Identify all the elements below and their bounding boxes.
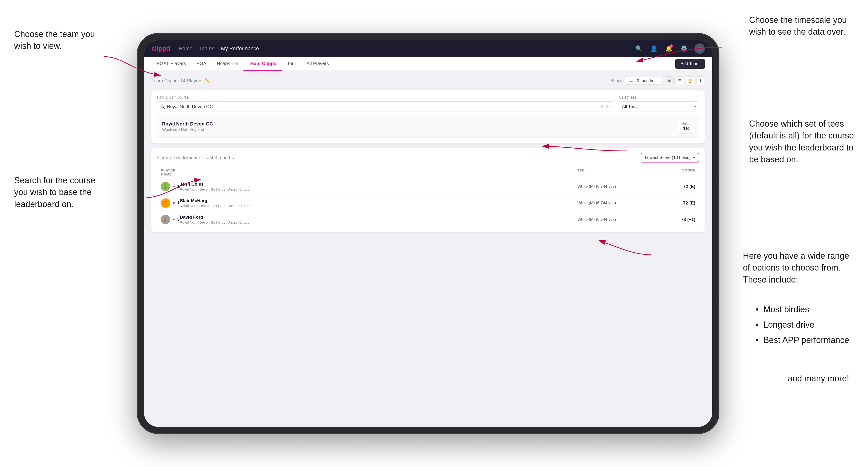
score-type-text: Lowest Score (18 holes) (645, 155, 691, 160)
sub-nav: PGAT Players PGA Hcaps 1-5 Team Clippd T… (144, 57, 712, 71)
search-input-wrap: 🔍 ✕ ★ (157, 101, 614, 112)
search-row: Find a Golf Course 🔍 ✕ ★ Select Tee All … (157, 95, 699, 112)
player-name-2: Blair McHarg (180, 198, 578, 203)
bell-icon-btn[interactable]: 🔔 1 (664, 44, 674, 53)
search-icon: 🔍 (160, 104, 165, 109)
subnav-team-clippd[interactable]: Team Clippd (243, 57, 282, 71)
edit-team-icon[interactable]: ✏️ (205, 78, 210, 83)
course-search-input[interactable] (167, 104, 600, 109)
download-btn[interactable]: ⬇ (696, 76, 705, 85)
people-icon: 👤 (650, 45, 657, 52)
holes-box: Holes 18 (678, 120, 694, 134)
rank-3: 3 (177, 217, 180, 222)
nav-logo: clippd (151, 45, 170, 52)
tee-chevron-icon: ▾ (694, 104, 696, 109)
nav-links: Home Teams My Performance (179, 45, 259, 52)
subnav-tour[interactable]: Tour (282, 57, 302, 71)
nav-bar: clippd Home Teams My Performance 🔍 👤 🔔 1 (144, 40, 712, 57)
player-score-1: 72 (E) (648, 184, 695, 189)
bullet-birdies: • Most birdies (756, 302, 849, 317)
nav-teams[interactable]: Teams (199, 45, 214, 52)
table-row: 🏌️ ♥ 1 Blair McHarg Royal North Devon Go… (157, 195, 699, 211)
annotation-and-more: and many more! (788, 373, 849, 384)
tee-label: Select Tee (619, 95, 699, 99)
player-tee-3: White (M) (6,744 yds) (578, 217, 648, 222)
search-label: Find a Golf Course (157, 95, 614, 99)
rank-2: 1 (177, 200, 180, 206)
trophy-view-btn[interactable]: 🏆 (686, 76, 694, 85)
player-info-2: Blair McHarg Royal North Devon Golf Club… (180, 198, 578, 208)
score-type-select[interactable]: Lowest Score (18 holes) ▾ (641, 153, 699, 162)
ipad-frame: clippd Home Teams My Performance 🔍 👤 🔔 1 (137, 33, 719, 434)
settings-icon-btn[interactable]: ⚙️ (679, 44, 689, 53)
search-icon: 🔍 (635, 45, 642, 52)
subnav-pgat[interactable]: PGAT Players (151, 57, 191, 71)
search-icon-btn[interactable]: 🔍 (634, 44, 644, 53)
course-location: Westward Ho!, England (162, 127, 678, 132)
avatar-btn[interactable]: 👤 (694, 43, 705, 54)
course-result: Royal North Devon GC Westward Ho!, Engla… (157, 116, 699, 138)
leaderboard-section: Course Leaderboard, Last 3 months Lowest… (151, 148, 705, 232)
show-select[interactable]: Last 3 months Last month Last 6 months L… (625, 76, 661, 85)
tee-select-text: All Tees (622, 104, 694, 109)
tee-field: Select Tee All Tees ▾ (619, 95, 699, 112)
annotation-tees: Choose which set of tees(default is all)… (749, 118, 854, 165)
grid-view-btn[interactable]: ⊞ (665, 76, 674, 85)
tee-select-wrap[interactable]: All Tees ▾ (619, 101, 699, 112)
player-score-2: 72 (E) (648, 200, 695, 206)
subnav-pga[interactable]: PGA (191, 57, 212, 71)
show-select-wrap[interactable]: Last 3 months Last month Last 6 months L… (625, 76, 661, 85)
heart-icon-2: ♥ (173, 201, 175, 205)
col-score: SCORE (648, 168, 695, 176)
rank-wrap-3: 🏌️ ♥ 3 (161, 215, 180, 224)
bullet-drive: • Longest drive (756, 317, 849, 333)
leaderboard-header: Course Leaderboard, Last 3 months Lowest… (157, 153, 699, 162)
nav-my-performance[interactable]: My Performance (221, 45, 259, 52)
add-team-button[interactable]: Add Team (675, 59, 705, 69)
holes-value: 18 (682, 125, 690, 132)
main-content: Team Clippd 14 Players ✏️ Show: Last 3 m… (144, 71, 712, 238)
annotation-bullets: • Most birdies • Longest drive • Best AP… (756, 302, 849, 348)
show-label: Show: (611, 78, 622, 83)
course-name: Royal North Devon GC (162, 121, 678, 127)
rank-wrap-2: 🏌️ ♥ 1 (161, 198, 180, 208)
leaderboard-table-header: PLAYER NAME TEE SCORE (157, 166, 699, 178)
leaderboard-title: Course Leaderboard, Last 3 months (157, 155, 234, 160)
search-section: Find a Golf Course 🔍 ✕ ★ Select Tee All … (151, 90, 705, 144)
table-row: 🏌️ ♥ 3 David Ford Royal North Devon Golf… (157, 211, 699, 228)
settings-icon: ⚙️ (680, 45, 687, 52)
rank-1: 1 (177, 184, 180, 189)
table-row: 🏌️ ♥ 1 Josh Coles Royal North Devon Golf… (157, 178, 699, 195)
holes-label: Holes (682, 122, 690, 125)
subnav-hcaps[interactable]: Hcaps 1-5 (212, 57, 243, 71)
player-tee-2: White (M) (6,744 yds) (578, 201, 648, 206)
list-view-btn[interactable]: ☰ (676, 76, 684, 85)
team-title: Team Clippd 14 Players (151, 78, 203, 84)
course-info: Royal North Devon GC Westward Ho!, Engla… (162, 121, 678, 132)
player-info-3: David Ford Royal North Devon Golf Club, … (180, 215, 578, 224)
rank-wrap-1: 🏌️ ♥ 1 (161, 182, 180, 191)
search-clear-icon[interactable]: ✕ (600, 104, 603, 109)
player-avatar-1: 🏌️ (161, 182, 170, 191)
player-info-1: Josh Coles Royal North Devon Golf Club, … (180, 182, 578, 191)
annotation-options-intro: Here you have a wide rangeof options to … (743, 250, 849, 286)
player-avatar-2: 🏌️ (161, 198, 170, 208)
people-icon-btn[interactable]: 👤 (649, 44, 658, 53)
heart-icon-1: ♥ (173, 184, 175, 189)
player-tee-1: White (M) (6,744 yds) (578, 184, 648, 189)
bell-badge: 1 (670, 44, 673, 48)
team-header: Team Clippd 14 Players ✏️ Show: Last 3 m… (151, 76, 705, 85)
nav-home[interactable]: Home (179, 45, 192, 52)
view-icons: ⊞ ☰ 🏆 ⬇ (665, 76, 705, 85)
annotation-search-course: Search for the courseyou wish to base th… (14, 175, 95, 210)
search-field: Find a Golf Course 🔍 ✕ ★ (157, 95, 614, 112)
player-club-2: Royal North Devon Golf Club, United King… (180, 204, 578, 208)
nav-icons: 🔍 👤 🔔 1 ⚙️ 👤 (634, 43, 705, 54)
annotation-timescale: Choose the timescale youwish to see the … (749, 14, 847, 38)
annotation-team-view: Choose the team you wish to view. (14, 28, 104, 52)
subnav-all-players[interactable]: All Players (302, 57, 334, 71)
player-score-3: 73 (+1) (648, 217, 695, 222)
player-avatar-3: 🏌️ (161, 215, 170, 224)
player-name-3: David Ford (180, 215, 578, 220)
search-star-icon[interactable]: ★ (606, 104, 609, 109)
